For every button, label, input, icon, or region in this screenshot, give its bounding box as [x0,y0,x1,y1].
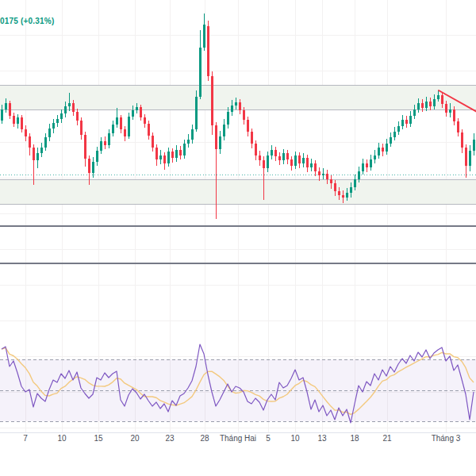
candle-body [136,107,138,110]
candle-body [437,95,440,99]
candle-body [44,137,47,148]
candle-body [33,148,35,160]
candle-body [100,141,102,151]
candle-body [473,140,475,151]
chart-canvas[interactable]: 71015202328Tháng Hai510131821Tháng 3 [0,0,476,476]
candle-body [255,144,257,155]
candle-body [267,155,269,168]
candle-body [92,162,94,173]
candle-body [330,179,332,183]
candle-body [350,187,352,193]
candle-body [159,155,162,159]
candle-body [382,148,384,152]
candle-body [290,159,293,166]
ticker-price-change-label: 0175 (+0.31%) [0,17,54,25]
candle-body [401,120,404,126]
candle-body [263,160,265,168]
candle-body [128,117,130,136]
candle-body [1,109,3,121]
candle-body [259,155,261,160]
candle-body [13,116,15,124]
candle-body [271,150,273,155]
candle-body [294,155,297,166]
candle-body [72,103,75,112]
candle-body [306,158,309,167]
candle-body [17,117,19,124]
candle-body [56,119,59,123]
candle-body [417,103,420,109]
candle-body [366,163,368,167]
candle-body [132,110,134,117]
candle-body [88,159,90,173]
candle-body [397,126,400,132]
candle-body [342,195,344,198]
candle-body [64,106,67,113]
candle-body [457,121,459,132]
candle-body [378,148,380,155]
candle-body [223,125,225,136]
candle-body [274,150,277,156]
candle-body [453,109,455,121]
candle-body [334,183,336,191]
price-zone [0,85,476,109]
time-axis[interactable] [0,433,476,449]
candle-body [322,174,324,175]
candle-body [60,113,63,119]
candle-body [461,132,463,148]
candle-body [183,144,186,155]
candle-body [338,191,340,195]
pane-separator-1[interactable] [0,225,476,227]
candle-body [29,136,31,148]
candle-body [144,117,146,124]
candle-body [68,103,71,106]
candle-body [48,129,51,137]
candle-body [219,136,221,149]
candle-body [425,102,428,108]
candle-body [211,76,213,125]
candle-body [251,132,253,144]
candle-body [421,103,424,108]
candle-body [195,97,198,129]
candle-body [104,141,106,145]
candle-body [25,129,27,136]
candle-body [179,150,182,155]
candle-body [116,117,118,125]
candle-body [52,123,55,129]
candle-body [5,103,7,109]
candle-body [282,153,285,160]
candle-body [429,102,432,106]
candle-body [140,107,142,117]
candle-body [96,151,98,162]
candle-body [163,155,166,163]
candle-body [326,174,328,179]
candle-body [405,120,408,124]
candle-body [207,26,209,76]
candle-body [124,129,126,136]
pane-separator-2[interactable] [0,263,476,264]
candle-body [40,148,43,153]
candle-body [298,155,301,163]
candle-body [191,129,194,140]
candle-body [148,124,150,136]
candle-body [409,116,412,124]
candle-body [433,99,436,106]
candle-body [449,109,451,113]
candle-body [235,102,237,106]
candle-body [175,150,178,158]
candle-body [84,135,86,159]
candle-body [441,95,443,104]
candle-body [346,193,348,198]
candle-body [108,133,110,145]
candle-body [413,109,416,116]
candle-body [80,121,83,135]
candle-body [231,106,233,112]
price-zone [0,179,476,204]
candle-body [171,152,174,158]
candle-body [465,148,467,166]
candle-body [120,117,122,129]
candle-body [76,112,79,121]
candle-body [227,112,229,125]
candle-body [239,102,241,110]
candle-body [187,140,190,144]
candle-body [310,163,313,167]
